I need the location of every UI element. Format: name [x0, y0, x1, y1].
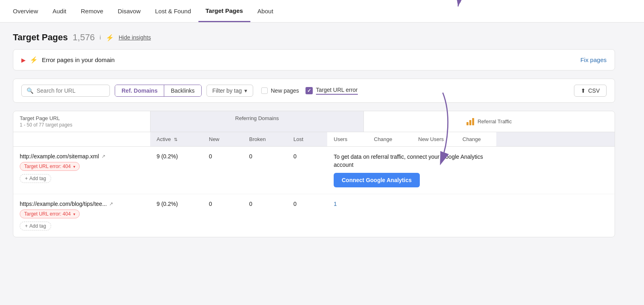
sort-icon: ⇅: [174, 137, 178, 142]
ref-domains-group-header: Referring Domains: [150, 111, 363, 132]
page-count: 1,576: [73, 32, 95, 43]
change2-cell-2: [456, 199, 496, 202]
url-cell-2: https://example.com/blog/tips/tee... ↗ T…: [13, 199, 150, 232]
data-table: Target Page URL 1 - 50 of 77 target page…: [13, 111, 615, 237]
col-users: Users: [327, 132, 367, 146]
target-url-error-filter: Target URL error: [305, 87, 358, 95]
new-users-cell-2: [412, 199, 456, 202]
csv-button[interactable]: ⬆ CSV: [574, 85, 607, 97]
error-badge-chevron-1: ▾: [73, 164, 75, 169]
top-nav: Overview Audit Remove Disavow Lost & Fou…: [0, 0, 644, 23]
new-pages-checkbox-group: New pages: [261, 87, 299, 94]
col-change: Change: [367, 132, 412, 146]
bolt-icon: ⚡: [106, 34, 114, 41]
nav-remove[interactable]: Remove: [74, 0, 111, 22]
external-link-icon-2[interactable]: ↗: [109, 201, 113, 207]
url-link-2[interactable]: https://example.com/blog/tips/tee... ↗: [20, 201, 144, 207]
table-row: http://example.com/sitemap.xml ↗ Target …: [13, 147, 615, 194]
col-group-header: Target Page URL 1 - 50 of 77 target page…: [13, 111, 615, 132]
nav-overview[interactable]: Overview: [13, 0, 45, 22]
csv-upload-icon: ⬆: [581, 87, 586, 94]
url-cell-1: http://example.com/sitemap.xml ↗ Target …: [13, 151, 150, 185]
nav-target-pages[interactable]: Target Pages: [198, 0, 250, 22]
col-target-page-url: [13, 132, 150, 146]
filter-bar: 🔍 Ref. Domains Backlinks Filter by tag ▾…: [13, 79, 615, 103]
connect-google-analytics-btn[interactable]: Connect Google Analytics: [334, 173, 420, 187]
lost-cell-2: 0: [287, 199, 327, 209]
table-row: https://example.com/blog/tips/tee... ↗ T…: [13, 194, 615, 237]
nav-lost-found[interactable]: Lost & Found: [148, 0, 198, 22]
new-cell-1: 0: [202, 151, 243, 161]
insight-banner: ▶ ⚡ Error pages in your domain Fix pages: [13, 49, 615, 71]
col-active[interactable]: Active ⇅: [150, 132, 202, 146]
nav-about[interactable]: About: [250, 0, 281, 22]
filter-tag-label: Filter by tag: [213, 87, 242, 94]
plus-icon-1: +: [25, 176, 28, 181]
add-tag-btn-2[interactable]: + Add tag: [20, 222, 51, 230]
hide-insights-button[interactable]: Hide insights: [119, 34, 151, 41]
chevron-right-icon[interactable]: ▶: [21, 57, 26, 63]
error-badge-2[interactable]: Target URL error: 404 ▾: [20, 210, 80, 218]
col-lost: Lost: [287, 132, 327, 146]
add-tag-btn-1[interactable]: + Add tag: [20, 174, 51, 183]
page-content: Target Pages 1,576 i ⚡ Hide insights ▶ ⚡…: [0, 23, 628, 247]
target-url-error-checkbox[interactable]: [305, 87, 313, 94]
broken-cell-1: 0: [243, 151, 287, 161]
referral-text: To get data on referral traffic, connect…: [334, 153, 490, 169]
nav-audit[interactable]: Audit: [45, 0, 74, 22]
error-badge-1[interactable]: Target URL error: 404 ▾: [20, 162, 80, 171]
insight-text: Error pages in your domain: [42, 56, 115, 63]
toggle-btn-group: Ref. Domains Backlinks: [115, 85, 202, 97]
external-link-icon-1[interactable]: ↗: [101, 154, 105, 159]
insight-bolt-icon: ⚡: [30, 56, 38, 64]
col-broken: Broken: [243, 132, 287, 146]
url-text-1: http://example.com/sitemap.xml: [20, 153, 99, 160]
fix-pages-link[interactable]: Fix pages: [580, 56, 607, 63]
active-cell-1: 9 (0.2%): [150, 151, 202, 161]
add-tag-label-1: Add tag: [29, 176, 46, 181]
search-input[interactable]: [37, 87, 101, 94]
plus-icon-2: +: [25, 223, 28, 229]
change-cell-2: [367, 199, 412, 202]
ref-domains-btn[interactable]: Ref. Domains: [115, 85, 164, 96]
col-new: New: [202, 132, 243, 146]
insight-left: ▶ ⚡ Error pages in your domain: [21, 56, 115, 64]
bar-chart-icon: [466, 118, 474, 125]
sub-header-row: Active ⇅ New Broken Lost Users Change Ne…: [13, 132, 615, 147]
referral-box: To get data on referral traffic, connect…: [327, 151, 496, 189]
target-url-error-label: Target URL error: [316, 87, 358, 95]
page-header: Target Pages 1,576 i ⚡ Hide insights: [13, 32, 615, 43]
target-page-col-group: Target Page URL 1 - 50 of 77 target page…: [13, 111, 150, 132]
nav-disavow[interactable]: Disavow: [111, 0, 148, 22]
error-badge-text-2: Target URL error: 404: [24, 211, 71, 217]
search-icon: 🔍: [27, 87, 33, 94]
broken-cell-2: 0: [243, 199, 287, 209]
backlinks-btn[interactable]: Backlinks: [164, 85, 201, 96]
search-input-wrapper: 🔍: [21, 85, 110, 97]
filter-tag-btn[interactable]: Filter by tag ▾: [206, 85, 253, 97]
new-pages-checkbox[interactable]: [261, 87, 268, 94]
target-page-col-title: Target Page URL: [20, 115, 144, 121]
url-text-2: https://example.com/blog/tips/tee...: [20, 201, 107, 207]
info-icon[interactable]: i: [100, 34, 101, 41]
new-pages-label: New pages: [271, 87, 299, 94]
page-title: Target Pages: [13, 32, 68, 43]
active-cell-2: 9 (0.2%): [150, 199, 202, 209]
new-cell-2: 0: [202, 199, 243, 209]
url-link-1[interactable]: http://example.com/sitemap.xml ↗: [20, 153, 144, 160]
filter-tag-chevron-icon: ▾: [244, 87, 247, 94]
error-badge-text-1: Target URL error: 404: [24, 164, 71, 169]
col-new-users: New Users: [412, 132, 456, 146]
add-tag-label-2: Add tag: [29, 223, 46, 229]
lost-cell-1: 0: [287, 151, 327, 161]
col-change2: Change: [456, 132, 496, 146]
referral-traffic-group-header: Referral Traffic: [363, 111, 615, 132]
table-subtitle: 1 - 50 of 77 target pages: [20, 122, 144, 128]
csv-label: CSV: [588, 87, 600, 94]
error-badge-chevron-2: ▾: [73, 212, 75, 216]
users-cell-2[interactable]: 1: [327, 199, 367, 209]
